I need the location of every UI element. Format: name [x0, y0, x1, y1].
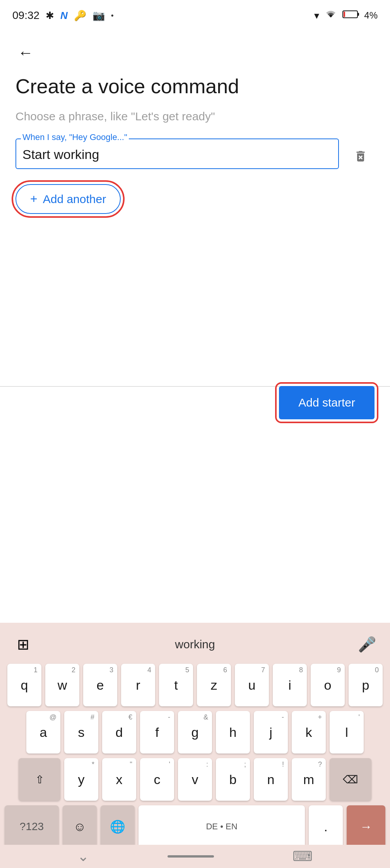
- keyboard-area: ⊞ working 🎤 1q 2w 3e 4r 5t 6z 7u 8i 9o 0…: [0, 623, 390, 868]
- battery-percent: 4%: [364, 10, 378, 21]
- keyboard-mic-button[interactable]: 🎤: [353, 630, 381, 658]
- key-u[interactable]: 7u: [235, 664, 269, 706]
- status-right: ▾ 4%: [314, 9, 378, 22]
- key-backspace[interactable]: ⌫: [330, 758, 371, 801]
- keyboard-rows: 1q 2w 3e 4r 5t 6z 7u 8i 9o 0p @a #s €d -…: [0, 664, 390, 848]
- nav-bar: ⌄ ⌨: [0, 845, 390, 868]
- key-k[interactable]: +k: [292, 711, 326, 754]
- add-starter-button[interactable]: Add starter: [279, 386, 375, 419]
- key-shift[interactable]: ⇧: [19, 758, 60, 801]
- status-left: 09:32 ✱ N 🔑 📷 •: [12, 9, 114, 22]
- battery-icon: [342, 10, 359, 22]
- key-h[interactable]: h: [216, 711, 250, 754]
- asterisk-icon: ✱: [46, 10, 54, 22]
- key-a[interactable]: @a: [26, 711, 60, 754]
- page-subtitle: Choose a phrase, like "Let's get ready": [15, 110, 375, 123]
- add-another-plus-icon: +: [30, 192, 38, 206]
- field-label: When I say, "Hey Google...": [21, 132, 129, 142]
- key-l[interactable]: 'l: [330, 711, 364, 754]
- key-m[interactable]: ?m: [292, 758, 326, 801]
- key-e[interactable]: 3e: [83, 664, 117, 706]
- wifi-signal-icon: [324, 9, 338, 22]
- key-c[interactable]: 'c: [140, 758, 174, 801]
- key-row-2: @a #s €d -f &g h -j +k 'l: [5, 711, 385, 754]
- back-button[interactable]: ←: [12, 39, 39, 67]
- grid-icon: ⊞: [17, 636, 29, 653]
- key-o[interactable]: 9o: [311, 664, 345, 706]
- nav-keyboard-icon[interactable]: ⌨: [292, 848, 313, 865]
- dot-icon: •: [111, 11, 114, 20]
- key-row-1: 1q 2w 3e 4r 5t 6z 7u 8i 9o 0p: [5, 664, 385, 706]
- nav-chevron-icon[interactable]: ⌄: [77, 848, 89, 865]
- add-another-button[interactable]: + Add another: [15, 184, 121, 214]
- key-v[interactable]: :v: [178, 758, 212, 801]
- key-j[interactable]: -j: [254, 711, 288, 754]
- key-emoji[interactable]: ☺: [63, 805, 97, 848]
- home-indicator: [168, 855, 214, 858]
- svg-rect-1: [358, 13, 359, 16]
- key-icon: 🔑: [74, 10, 86, 22]
- key-space[interactable]: DE • EN: [139, 805, 305, 848]
- add-another-label: Add another: [43, 193, 106, 206]
- status-bar: 09:32 ✱ N 🔑 📷 • ▾ 4%: [0, 0, 390, 31]
- key-s[interactable]: #s: [64, 711, 98, 754]
- key-t[interactable]: 5t: [159, 664, 193, 706]
- main-content: ← Create a voice command Choose a phrase…: [0, 31, 390, 214]
- key-period[interactable]: .: [309, 805, 343, 848]
- n-icon: N: [60, 10, 68, 22]
- key-g[interactable]: &g: [178, 711, 212, 754]
- key-w[interactable]: 2w: [45, 664, 79, 706]
- delete-icon: [354, 149, 368, 163]
- key-b[interactable]: ;b: [216, 758, 250, 801]
- voice-command-field-wrapper: When I say, "Hey Google...": [15, 138, 339, 169]
- key-r[interactable]: 4r: [121, 664, 155, 706]
- svg-rect-2: [344, 12, 345, 17]
- key-language[interactable]: 🌐: [101, 805, 135, 848]
- back-arrow-icon: ←: [18, 44, 33, 62]
- key-row-3: ⇧ *y "x 'c :v ;b !n ?m ⌫: [5, 758, 385, 801]
- keyboard-emoji-button[interactable]: ⊞: [9, 630, 37, 658]
- key-enter[interactable]: →: [347, 805, 385, 848]
- page-title: Create a voice command: [15, 74, 375, 98]
- keyboard-top-bar: ⊞ working 🎤: [0, 623, 390, 664]
- wifi-icon: ▾: [314, 10, 319, 22]
- key-y[interactable]: *y: [64, 758, 98, 801]
- key-z[interactable]: 6z: [197, 664, 231, 706]
- keyboard-suggestion[interactable]: working: [37, 638, 353, 651]
- input-container: When I say, "Hey Google...": [15, 138, 375, 170]
- instagram-icon: 📷: [92, 10, 105, 22]
- delete-button[interactable]: [347, 142, 375, 170]
- key-q[interactable]: 1q: [7, 664, 41, 706]
- key-d[interactable]: €d: [102, 711, 136, 754]
- mic-icon: 🎤: [358, 636, 376, 653]
- key-n[interactable]: !n: [254, 758, 288, 801]
- voice-command-input[interactable]: [22, 144, 332, 162]
- status-time: 09:32: [12, 9, 39, 22]
- key-p[interactable]: 0p: [349, 664, 383, 706]
- key-row-4: ?123 ☺ 🌐 DE • EN . →: [5, 805, 385, 848]
- key-i[interactable]: 8i: [273, 664, 307, 706]
- key-x[interactable]: "x: [102, 758, 136, 801]
- key-numeric[interactable]: ?123: [5, 805, 59, 848]
- key-f[interactable]: -f: [140, 711, 174, 754]
- add-starter-area: Add starter: [279, 386, 375, 419]
